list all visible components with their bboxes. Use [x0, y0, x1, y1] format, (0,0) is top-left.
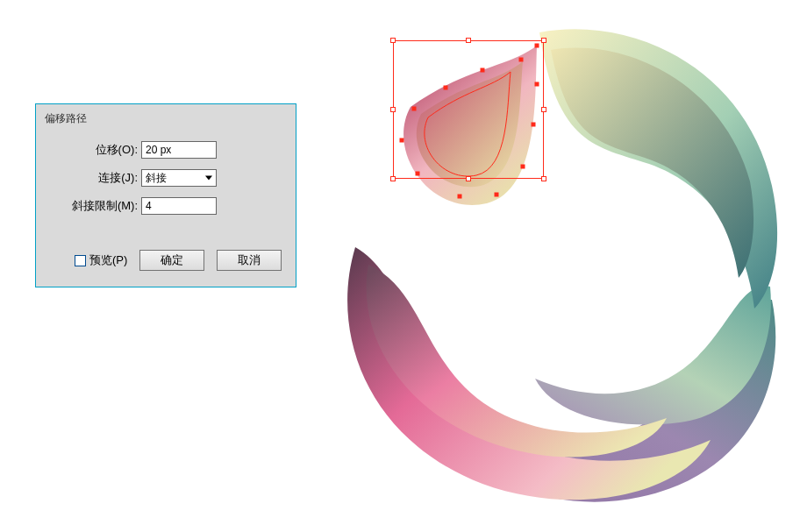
miter-label: 斜接限制(M): — [69, 198, 138, 214]
join-label: 连接(J): — [69, 170, 138, 186]
cancel-button[interactable]: 取消 — [217, 250, 282, 271]
miter-input[interactable] — [141, 197, 217, 215]
miter-row: 斜接限制(M): — [69, 197, 280, 215]
offset-label: 位移(O): — [69, 142, 138, 158]
gradient-sphere-logo — [333, 19, 789, 510]
canvas-artwork — [333, 19, 789, 510]
preview-label: 预览(P) — [89, 252, 127, 268]
dialog-title: 偏移路径 — [45, 111, 87, 126]
dialog-form: 位移(O): 连接(J): 斜接 斜接限制(M): — [69, 141, 280, 225]
join-row: 连接(J): 斜接 — [69, 169, 280, 187]
chevron-down-icon — [205, 176, 212, 181]
preview-checkbox-wrap[interactable]: 预览(P) — [75, 252, 127, 268]
offset-row: 位移(O): — [69, 141, 280, 159]
offset-input[interactable] — [141, 141, 217, 159]
join-select[interactable]: 斜接 — [141, 169, 217, 187]
offset-path-dialog: 偏移路径 位移(O): 连接(J): 斜接 斜接限制(M): 预览(P) 确定 — [35, 103, 296, 287]
join-value: 斜接 — [146, 172, 167, 184]
preview-checkbox[interactable] — [75, 255, 86, 266]
ok-button[interactable]: 确定 — [139, 250, 204, 271]
dialog-buttons: 预览(P) 确定 取消 — [75, 250, 282, 271]
